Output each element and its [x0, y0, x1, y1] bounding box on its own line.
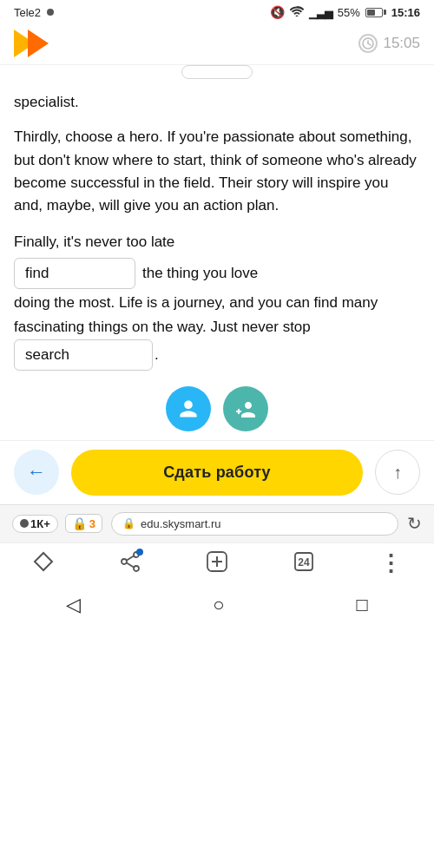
finally-text: Finally, it's never too late [14, 233, 174, 250]
header-time: 15:05 [383, 35, 420, 52]
url-text: edu.skysmart.ru [141, 517, 220, 530]
timer-block: 15:05 [358, 34, 420, 53]
search-input[interactable] [14, 339, 153, 371]
battery-percent: 55% [338, 6, 360, 19]
tab-icon: 🔒 [72, 516, 87, 530]
icon-row [14, 371, 420, 440]
status-icons: 🔇 ▁▃▅ 55% 15:16 [270, 5, 420, 19]
add-person-icon [223, 386, 268, 431]
finally-block: Finally, it's never too late the thing y… [14, 230, 420, 289]
browser-bar: 1К+ 🔒 3 🔒 edu.skysmart.ru ↻ [0, 504, 434, 542]
sys-recents-button[interactable]: □ [357, 594, 368, 616]
continuation-block: doing the most. Life is a journey, and y… [14, 291, 420, 371]
home-icon [32, 550, 55, 578]
system-nav: ◁ ○ □ [0, 587, 434, 627]
top-partial-element [14, 65, 420, 79]
carrier-dot [47, 9, 54, 16]
signal-icon: ▁▃▅ [309, 6, 332, 19]
partial-button[interactable] [181, 65, 253, 79]
submit-button[interactable]: Сдать работу [71, 450, 363, 496]
sys-home-button[interactable]: ○ [213, 594, 224, 616]
specialist-text: specialist. [14, 88, 420, 114]
battery-icon [365, 8, 386, 17]
clock-icon [358, 34, 378, 53]
browser-tab-left: 1К+ 🔒 3 [12, 514, 102, 533]
status-carrier: Tele2 [14, 6, 54, 19]
add-icon [206, 550, 228, 578]
nav-share[interactable] [119, 550, 141, 578]
doing-text: doing the most. Life is a journey, and y… [14, 294, 378, 335]
status-time: 15:16 [391, 6, 420, 19]
find-input[interactable] [14, 258, 135, 289]
mute-icon: 🔇 [270, 5, 285, 19]
sys-back-button[interactable]: ◁ [66, 594, 81, 616]
nav-menu[interactable]: ⋮ [379, 550, 402, 577]
person-icon [166, 386, 211, 431]
svg-point-4 [122, 559, 127, 564]
reload-button[interactable]: ↻ [407, 513, 422, 534]
chat-badge[interactable]: 1К+ [12, 515, 58, 533]
tab-count-badge[interactable]: 🔒 3 [65, 514, 102, 533]
nav-bar: 24 ⋮ [0, 542, 434, 587]
svg-text:24: 24 [298, 556, 310, 569]
share-notification-dot [136, 549, 143, 556]
back-button[interactable]: ← [14, 450, 59, 495]
scroll-top-button[interactable]: ↑ [375, 450, 420, 495]
logo-triangle-2 [28, 30, 49, 57]
middle-text-segment1: the thing you love [142, 261, 258, 286]
browser-url-bar[interactable]: 🔒 edu.skysmart.ru [111, 512, 398, 536]
lock-icon: 🔒 [122, 517, 135, 529]
svg-line-6 [127, 556, 134, 560]
bottom-action-bar: ← Сдать работу ↑ [0, 440, 434, 504]
chat-count: 1К+ [30, 517, 50, 530]
content-area: specialist. Thirdly, choose a hero. If y… [0, 65, 434, 440]
tab-num: 3 [89, 517, 95, 530]
share-icon [119, 550, 141, 578]
paragraph-thirdly: Thirdly, choose a hero. If you're passio… [14, 126, 420, 217]
nav-tabs[interactable]: 24 [293, 550, 315, 578]
app-header: 15:05 [0, 23, 434, 65]
nav-home[interactable] [32, 550, 55, 578]
app-logo [14, 30, 49, 57]
nav-add[interactable] [206, 550, 228, 578]
carrier-text: Tele2 [14, 6, 41, 19]
svg-line-2 [368, 43, 371, 45]
svg-point-5 [134, 566, 139, 571]
svg-line-7 [127, 562, 134, 567]
wifi-icon [290, 6, 304, 19]
period-text: . [155, 343, 159, 367]
status-bar: Tele2 🔇 ▁▃▅ 55% 15:16 [0, 0, 434, 23]
menu-dots-icon: ⋮ [379, 550, 402, 577]
chat-dot [20, 519, 29, 528]
browser-right: ↻ [407, 513, 422, 534]
tabs-icon: 24 [293, 550, 315, 578]
